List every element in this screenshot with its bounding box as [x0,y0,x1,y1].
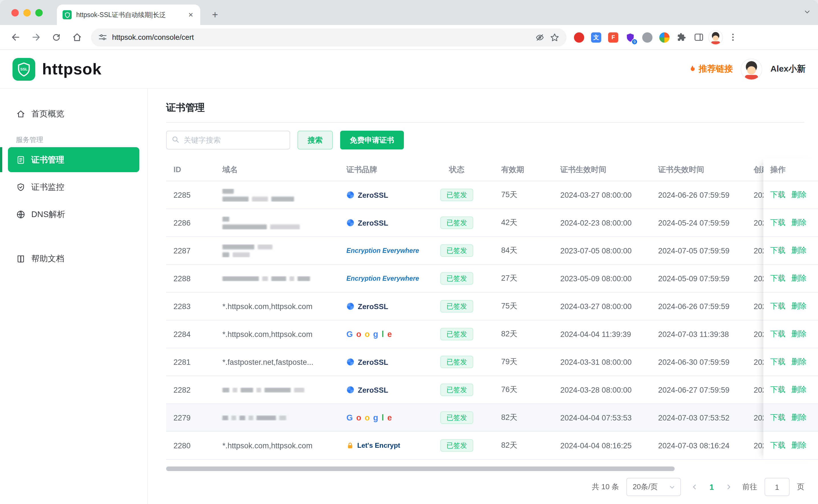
delete-link[interactable]: 删除 [791,440,807,451]
download-link[interactable]: 下载 [770,440,786,451]
search-input[interactable] [166,131,290,149]
sidebar-item-docs[interactable]: 帮助文档 [8,246,139,271]
minimize-window-button[interactable] [23,9,31,16]
adblock-extension-icon[interactable] [571,29,587,45]
site-controls-icon[interactable] [98,32,107,42]
user-name[interactable]: Alex小新 [771,64,805,74]
cell-start-time: 2024-04-04 08:16:25 [553,441,651,450]
delete-link[interactable]: 删除 [791,385,807,395]
address-bar[interactable]: httpsok.com/console/cert [91,28,566,46]
close-window-button[interactable] [11,9,19,16]
reload-button[interactable] [47,28,66,47]
sidebar-item-cert-monitor[interactable]: 证书监控 [8,174,139,199]
horizontal-scrollbar[interactable] [166,466,818,471]
delete-link[interactable]: 删除 [791,273,807,284]
cell-id: 2288 [166,274,215,283]
orange-extension-icon[interactable]: F [605,29,621,45]
tab-search-chevron-icon[interactable] [803,8,811,16]
sidebar-item-cert-manage[interactable]: 证书管理 [8,147,139,172]
back-button[interactable] [6,28,25,47]
user-avatar[interactable] [741,58,763,80]
cell-end-time: 2024-06-26 07:59:59 [651,302,746,311]
extensions-puzzle-icon[interactable] [674,29,690,45]
browser-toolbar: httpsok.com/console/cert 文 F 9 [0,25,818,50]
download-link[interactable]: 下载 [770,218,786,228]
browser-profile-avatar[interactable] [708,29,724,45]
redacted-domain [223,244,332,257]
brand-name-letter: g [373,413,378,422]
cell-brand: ZeroSSL [339,191,420,199]
forward-button[interactable] [26,28,45,47]
browser-menu-kebab-icon[interactable] [725,29,741,45]
column-header: 证书失效时间 [651,164,746,175]
download-link[interactable]: 下载 [770,385,786,395]
cell-id: 2284 [166,330,215,338]
download-link[interactable]: 下载 [770,245,786,256]
brand-name-letter: l [382,330,384,339]
brand-logo: ZeroSSL [346,302,412,311]
bookmark-star-icon[interactable] [549,32,560,42]
delete-link[interactable]: 删除 [791,329,807,339]
cell-end-time: 2024-06-26 07:59:59 [651,191,746,199]
delete-link[interactable]: 删除 [791,301,807,311]
delete-link[interactable]: 删除 [791,218,807,228]
scrollbar-thumb[interactable] [166,466,675,471]
brand-logo: Let's Encrypt [346,441,412,449]
tab-close-icon[interactable]: ✕ [187,10,194,20]
delete-link[interactable]: 删除 [791,190,807,200]
privacy-eye-off-icon[interactable] [535,32,545,42]
shield-extension-icon[interactable]: 9 [622,29,638,45]
brand-logo: ZeroSSL [346,386,412,394]
maximize-window-button[interactable] [35,9,43,16]
cell-validity: 79天 [494,357,553,367]
download-link[interactable]: 下载 [770,413,786,423]
browser-tab[interactable]: httpsok-SSL证书自动续期|长泛 ✕ [57,5,200,25]
url-text[interactable]: httpsok.com/console/cert [112,33,530,41]
brand-logo: Google [346,330,412,339]
brand-name: ZeroSSL [358,358,388,366]
goto-page-input[interactable] [765,478,790,496]
sidebar-item-dns[interactable]: DNS解析 [8,202,139,227]
actions-cell: 下载删除 [763,404,818,432]
redacted-domain [223,188,332,201]
sidebar-gap [0,229,147,244]
zerossl-icon [346,219,354,227]
prev-page-button[interactable] [688,483,701,491]
cell-status: 已签发 [420,272,494,285]
cell-validity: 82天 [494,329,553,339]
current-page[interactable]: 1 [708,482,715,491]
page-size-select[interactable]: 20条/页 [626,478,681,496]
cell-domain [215,216,339,229]
apply-cert-button[interactable]: 免费申请证书 [340,131,404,149]
sidebar-item-home-overview[interactable]: 首页概览 [8,101,139,126]
side-panel-icon[interactable] [691,29,707,45]
download-link[interactable]: 下载 [770,329,786,339]
search-button[interactable]: 搜索 [298,131,333,149]
delete-link[interactable]: 删除 [791,245,807,256]
referral-link[interactable]: 推荐链接 [688,64,733,74]
download-link[interactable]: 下载 [770,273,786,284]
download-link[interactable]: 下载 [770,301,786,311]
delete-link[interactable]: 删除 [791,413,807,423]
httpsok-logo-icon[interactable]: SSL [13,58,35,80]
table-row: 2288Encryption Everywhere™已签发27天2023-05-… [166,265,818,293]
cell-brand: ZeroSSL [339,302,420,311]
new-tab-button[interactable]: + [208,9,222,21]
cell-domain [215,188,339,201]
brand-name-letter: o [356,330,362,339]
translate-extension-icon[interactable]: 文 [588,29,604,45]
next-page-button[interactable] [723,483,735,491]
brand-logo: ZeroSSL [346,218,412,227]
download-link[interactable]: 下载 [770,190,786,200]
home-button[interactable] [67,28,86,47]
cell-end-time: 2024-07-03 08:16:24 [651,441,746,450]
colorful-extension-icon[interactable] [657,29,672,45]
cell-domain: *.httpsok.com,httpsok.com [215,302,339,311]
column-header: ID [166,165,215,174]
gray-extension-icon[interactable] [640,29,655,45]
cell-domain: *.fastposter.net,fastposte... [215,358,339,366]
table-fixed-actions-column: 操作 下载删除下载删除下载删除下载删除下载删除下载删除下载删除下载删除下载删除下… [763,159,818,460]
download-link[interactable]: 下载 [770,357,786,367]
delete-link[interactable]: 删除 [791,357,807,367]
cell-end-time: 2024-06-30 07:59:59 [651,358,746,366]
